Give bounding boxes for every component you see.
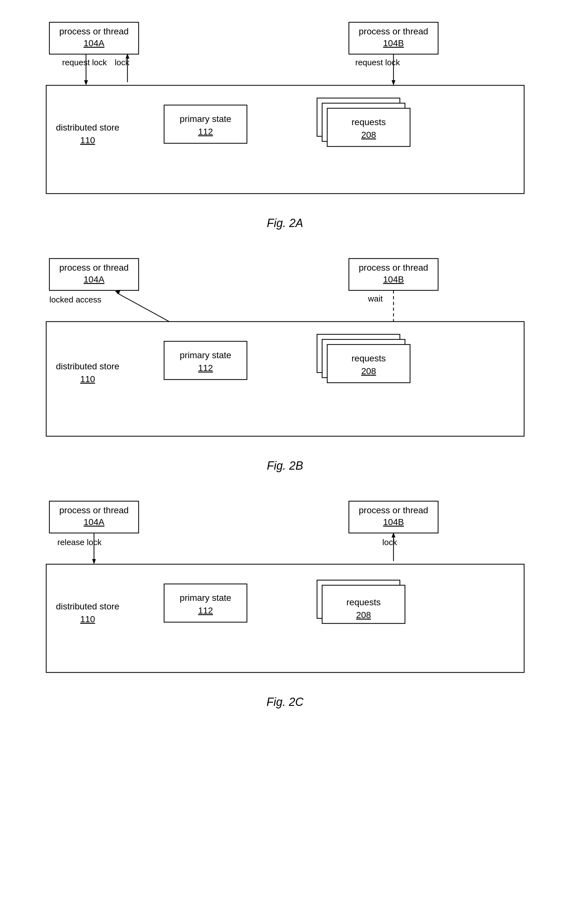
svg-rect-5 xyxy=(46,86,524,194)
diagram-2a: process or thread 104A process or thread… xyxy=(30,13,540,210)
primary-state-label-b: primary state xyxy=(180,350,231,360)
requests-label-c: requests xyxy=(346,597,380,607)
thread104b-id: 104B xyxy=(383,38,404,48)
primary-state-id: 112 xyxy=(198,127,213,137)
diagram-2c: process or thread 104A process or thread… xyxy=(30,492,540,689)
figure-2a: process or thread 104A process or thread… xyxy=(30,13,540,230)
dist-store-label-b: distributed store xyxy=(56,361,119,371)
thread104b-label-c: process or thread xyxy=(359,505,428,515)
dist-store-id-c: 110 xyxy=(80,614,95,624)
primary-state-label: primary state xyxy=(180,114,231,124)
thread104a-id-b: 104A xyxy=(83,275,104,284)
svg-rect-17 xyxy=(327,345,410,383)
release-lock-label: release lock xyxy=(57,538,102,547)
figure-2c: process or thread 104A process or thread… xyxy=(30,492,540,709)
primary-state-id-b: 112 xyxy=(198,363,213,373)
fig2a-caption: Fig. 2A xyxy=(267,217,303,230)
dist-store-label-c: distributed store xyxy=(56,602,119,611)
dist-store-id: 110 xyxy=(80,135,95,145)
dist-store-id-b: 110 xyxy=(80,374,95,384)
primary-state-label-c: primary state xyxy=(180,593,231,603)
requests-id-c: 208 xyxy=(356,610,371,620)
thread104a-id: 104A xyxy=(83,38,104,48)
svg-rect-14 xyxy=(164,341,247,380)
diagram-2b: process or thread 104A process or thread… xyxy=(30,249,540,453)
thread104b-label: process or thread xyxy=(359,26,428,36)
fig2c-caption: Fig. 2C xyxy=(267,695,303,709)
thread104a-label: process or thread xyxy=(59,26,129,36)
arrow-release-lock xyxy=(92,559,96,564)
thread104a-label-c: process or thread xyxy=(59,505,129,515)
arrow-down-a xyxy=(84,80,88,86)
svg-rect-23 xyxy=(164,584,247,622)
figure-2b: process or thread 104A process or thread… xyxy=(30,249,540,472)
thread104b-id-c: 104B xyxy=(383,517,404,527)
dist-store-label: distributed store xyxy=(56,122,119,133)
primary-state-id-c: 112 xyxy=(198,606,213,615)
lock-b-label: lock xyxy=(382,538,397,547)
requests-label: requests xyxy=(351,117,386,127)
thread104b-id-b: 104B xyxy=(383,275,404,284)
requests-label-b: requests xyxy=(351,353,386,363)
thread104a-label-b: process or thread xyxy=(59,263,129,273)
requests-id: 208 xyxy=(361,130,376,140)
svg-rect-6 xyxy=(164,105,247,143)
request-lock-a-label: request lock xyxy=(62,58,107,67)
requests-id-b: 208 xyxy=(361,366,376,376)
svg-rect-22 xyxy=(46,564,524,672)
svg-rect-9 xyxy=(327,108,410,147)
locked-access-label: locked access xyxy=(49,295,101,304)
fig2b-caption: Fig. 2B xyxy=(267,459,303,472)
arrow-down-b xyxy=(392,80,395,86)
svg-rect-13 xyxy=(46,322,524,436)
thread104b-label-b: process or thread xyxy=(359,263,428,273)
wait-label: wait xyxy=(368,294,383,304)
thread104a-id-c: 104A xyxy=(83,517,104,527)
